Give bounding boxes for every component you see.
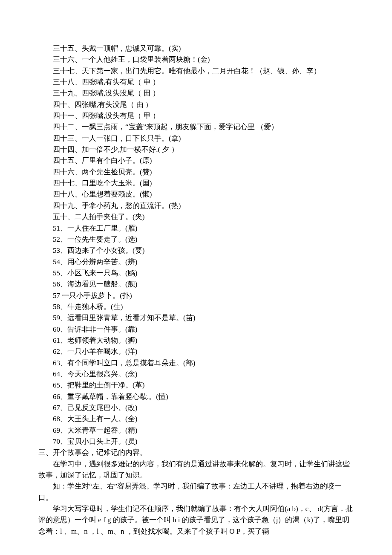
text-line: 四十八、心里想着耍赖皮。(懒) [38,189,354,200]
text-line: 65、把鞋里的土倒干净。(革) [38,380,354,391]
text-line: 60、告诉非非一件事。(靠) [38,324,354,335]
text-line: 学习大写字母时，学生们记不住顺序，我们就编了故事：有个大人叫阿伯(a b)，c、… [38,503,354,537]
text-line: 56、海边看见一艘船。(舰) [38,279,354,290]
text-line: 57 一只小手拔萝卜。(扑) [38,290,354,301]
text-line: 52、一位先生要走了。(选) [38,234,354,245]
text-line: 69、大米青草一起吞。(精) [38,425,354,436]
text-line: 四十一、四张嘴,没头有尾（ 甲 ） [38,110,354,121]
text-line: 62、一只小羊在喝水。(洋) [38,346,354,357]
text-line: 四十七、口里吃个大玉米。(国) [38,178,354,189]
text-line: 三十九、四张嘴,没头没尾（ 田 ） [38,88,354,99]
text-line: 53、西边来了个小女孩。(要) [38,245,354,256]
text-line: 68、大王头上有一人。(全) [38,413,354,425]
text-line: 三十七、天下第一家，出门先用它。唯有他最小，二月开白花！（赵、钱、孙、李） [38,66,354,77]
header-rule [38,30,354,30]
text-line: 四十五、厂里有个白小子。(原) [38,155,354,166]
text-line: 四十、四张嘴,有头没尾（ 由 ） [38,99,354,110]
text-line: 61、老师领着大动物。(狮) [38,335,354,346]
text-line: 四十三、一人一张口，口下长只手。(拿) [38,133,354,144]
document-body: 三十五、头戴一顶帽，忠诚又可靠。(实)三十六、一个人他姓王，口袋里装着两块糖！(… [38,43,354,537]
text-line: 67、己见反文尾巴小。(改) [38,402,354,413]
text-line: 如：学生对“左、右”容易弄混。学习时，我们编了故事：左边工人不讲理，抱着右边的咬… [38,481,354,503]
text-line: 四十六、两个先生捡贝壳。(赞) [38,167,354,178]
text-line: 54、用心分辨两辛苦。(辨) [38,257,354,268]
text-line: 64、今天心里很高兴。(念) [38,369,354,380]
text-line: 三十五、头戴一顶帽，忠诚又可靠。(实) [38,43,354,54]
text-line: 63、有个同学叫立口，总是摸着耳朵走。(部) [38,358,354,369]
text-line: 五十、二人拍手夹住了。(夹) [38,211,354,223]
text-line: 58、牛走独木桥。(生) [38,301,354,312]
text-line: 四十四、加一倍不少,加一横不好.( 夕 ） [38,144,354,155]
text-line: 55、小区飞来一只鸟。(鸥) [38,268,354,279]
text-line: 59、远看田里张青草，近看才知不是草。(苗) [38,312,354,324]
text-line: 51、一人住在工厂里。(雁) [38,223,354,234]
text-line: 在学习中，遇到很多难记的内容，我们有的是通过讲故事来化解的。复习时，让学生们讲这… [38,459,354,481]
text-line: 三、开个故事会，记难记的内容。 [38,447,354,458]
text-line: 四十九、手拿小药丸，愁的直流汗。(热) [38,200,354,211]
document-page: 三十五、头戴一顶帽，忠诚又可靠。(实)三十六、一个人他姓王，口袋里装着两块糖！(… [0,0,392,537]
text-line: 70、宝贝小口头上开。(员) [38,436,354,447]
text-line: 三十六、一个人他姓王，口袋里装着两块糖！(金) [38,54,354,65]
text-line: 66、重字戴草帽，靠着竖心歇.。(懂) [38,391,354,402]
text-line: 四十二、一飘三点雨，“宝盖”来顶起，朋友躲下面，爱字记心里 （爱） [38,121,354,133]
text-line: 三十八、四张嘴,有头有尾（ 申 ） [38,77,354,88]
